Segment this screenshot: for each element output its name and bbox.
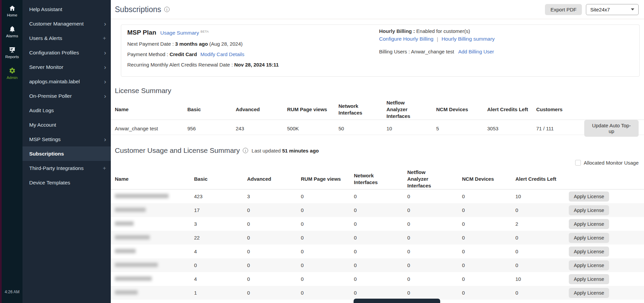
nav-alarms[interactable]: Alarms xyxy=(2,21,22,42)
sidebar-item-subscriptions[interactable]: Subscriptions xyxy=(22,146,111,161)
table-row: 1000000Apply License xyxy=(111,286,644,300)
apply-license-button[interactable]: Apply License xyxy=(569,288,609,298)
table-row: 0000000Apply License xyxy=(111,258,644,272)
apply-license-button[interactable]: Apply License xyxy=(569,274,609,284)
cell-advanced: 0 xyxy=(247,262,301,268)
column-header-alert-credits-left: Alert Credits Left xyxy=(515,176,569,182)
nav-admin[interactable]: Admin xyxy=(2,62,22,83)
home-icon xyxy=(9,5,16,12)
column-header-ncm-devices: NCM Devices xyxy=(462,176,515,182)
cell-netflow-analyzer-interfaces: 0 xyxy=(407,276,462,282)
cell-alert-credits-left: 10 xyxy=(515,276,569,282)
sidebar-item-label: On-Premise Poller xyxy=(29,93,72,99)
sidebar-item-label: Audit Logs xyxy=(29,107,54,114)
cell-basic: 1 xyxy=(194,290,247,296)
sidebar-item-my-account[interactable]: My Account xyxy=(22,118,111,132)
sidebar-item-applogs-maintab-label[interactable]: applogs.maintab.label› xyxy=(22,74,111,89)
admin-sidebar: Help AssistantCustomer Management›Users … xyxy=(22,0,111,303)
nav-home[interactable]: Home xyxy=(2,0,22,21)
sidebar-item-help-assistant[interactable]: Help Assistant xyxy=(22,2,111,16)
cell-customer-name xyxy=(115,249,194,254)
license-summary-heading: License Summary xyxy=(115,87,644,95)
sidebar-item-label: Server Monitor xyxy=(29,64,63,70)
info-icon[interactable]: i xyxy=(164,7,170,12)
cell-customers: 71 / 111 xyxy=(536,126,584,131)
sidebar-item-label: Help Assistant xyxy=(29,6,62,12)
cell-rum-page-views: 0 xyxy=(301,207,354,213)
cell-netflow-analyzer-interfaces: 0 xyxy=(407,221,462,227)
sidebar-item-label: Device Templates xyxy=(29,180,70,186)
cell-ncm-devices: 0 xyxy=(462,207,515,213)
sidebar-item-customer-management[interactable]: Customer Management› xyxy=(22,16,111,31)
cell-netflow-analyzer-interfaces: 0 xyxy=(407,249,462,254)
cell-rum-page-views: 0 xyxy=(301,235,354,241)
info-icon[interactable]: i xyxy=(243,148,248,153)
allocated-monitor-usage-checkbox[interactable] xyxy=(575,160,581,166)
billing-users-value: Anwar_change test xyxy=(411,49,454,54)
gear-icon xyxy=(9,67,16,74)
account-selector[interactable]: Site24x7 xyxy=(586,4,639,15)
usage-summary-link[interactable]: Usage Summary xyxy=(160,30,199,36)
apply-license-button[interactable]: Apply License xyxy=(569,260,609,270)
page-title: Subscriptions xyxy=(115,5,161,14)
sidebar-item-audit-logs[interactable]: Audit Logs xyxy=(22,103,111,118)
cell-ncm-devices: 0 xyxy=(462,262,515,268)
add-billing-user-link[interactable]: Add Billing User xyxy=(458,49,494,54)
billing-users-label: Billing Users : xyxy=(379,49,410,54)
nav-home-label: Home xyxy=(7,13,17,17)
configure-hourly-billing-link[interactable]: Configure Hourly Billing xyxy=(379,36,433,42)
clock-time: 4:26 AM xyxy=(2,290,22,294)
column-header-name: Name xyxy=(115,176,194,182)
apply-license-button[interactable]: Apply License xyxy=(569,219,609,229)
sidebar-item-label: Customer Management xyxy=(29,21,84,27)
sidebar-item-device-templates[interactable]: Device Templates xyxy=(22,175,111,190)
sidebar-item-msp-settings[interactable]: MSP Settings› xyxy=(22,132,111,146)
redacted-customer-name xyxy=(115,208,146,212)
cell-alert-credits-left: 0 xyxy=(515,207,569,213)
cell-netflow-interfaces: 10 xyxy=(386,126,436,131)
cell-network-interfaces: 0 xyxy=(354,290,407,296)
modify-card-link[interactable]: Modify Card Details xyxy=(200,51,244,57)
apply-license-button[interactable]: Apply License xyxy=(569,233,609,243)
cell-network-interfaces: 0 xyxy=(354,262,407,268)
redacted-customer-name xyxy=(115,194,169,198)
sidebar-item-label: My Account xyxy=(29,122,56,128)
apply-license-button[interactable]: Apply License xyxy=(569,247,609,257)
cell-network-interfaces: 0 xyxy=(354,221,407,227)
hourly-billing-summary-link[interactable]: Hourly Billing summary xyxy=(442,36,495,42)
sidebar-item-configuration-profiles[interactable]: Configuration Profiles› xyxy=(22,45,111,60)
column-header-advanced: Advanced xyxy=(236,106,287,113)
redacted-customer-name xyxy=(115,290,138,295)
sidebar-item-users-alerts[interactable]: Users & Alerts+ xyxy=(22,31,111,45)
update-auto-top-up-button[interactable]: Update Auto Top-up xyxy=(584,120,639,137)
cell-advanced: 3 xyxy=(247,193,301,199)
redacted-customer-name xyxy=(115,276,152,281)
hourly-billing-label: Hourly Billing : xyxy=(379,28,415,34)
cell-advanced: 0 xyxy=(247,207,301,213)
sidebar-item-label: Subscriptions xyxy=(29,151,64,157)
cell-ncm-devices: 0 xyxy=(462,249,515,254)
column-header-netflow-analyzer-interfaces: Netflow Analyzer Interfaces xyxy=(386,99,427,120)
apply-license-button[interactable]: Apply License xyxy=(569,191,609,202)
horizontal-scrollbar-thumb[interactable] xyxy=(354,299,440,303)
apply-license-button[interactable]: Apply License xyxy=(569,205,609,215)
allocated-monitor-usage-label: Allocated Monitor Usage xyxy=(584,160,639,166)
column-header-rum-page-views: RUM Page views xyxy=(301,176,354,182)
column-header-customers: Customers xyxy=(536,106,584,113)
sidebar-item-server-monitor[interactable]: Server Monitor› xyxy=(22,60,111,74)
cell-rum-page-views: 0 xyxy=(301,262,354,268)
export-pdf-button[interactable]: Export PDF xyxy=(545,4,582,15)
usage-summary-header-row: NameBasicAdvancedRUM Page viewsNetwork I… xyxy=(111,169,644,189)
renewal-label: Recurring Monthly Alert Credits Renewal … xyxy=(127,62,233,68)
column-header-basic: Basic xyxy=(187,106,236,113)
column-header-rum-page-views: RUM Page views xyxy=(287,106,338,113)
sidebar-item-label: applogs.maintab.label xyxy=(29,79,80,85)
payment-method-value: Credit Card xyxy=(170,51,197,57)
table-row: 22000000Apply License xyxy=(111,231,644,245)
cell-netflow-analyzer-interfaces: 0 xyxy=(407,262,462,268)
nav-reports[interactable]: Reports xyxy=(2,42,22,62)
cell-netflow-analyzer-interfaces: 0 xyxy=(407,235,462,241)
sidebar-item-third-party-integrations[interactable]: Third-Party Integrations+ xyxy=(22,161,111,175)
sidebar-item-on-premise-poller[interactable]: On-Premise Poller› xyxy=(22,89,111,103)
cell-customer-name xyxy=(115,290,194,296)
